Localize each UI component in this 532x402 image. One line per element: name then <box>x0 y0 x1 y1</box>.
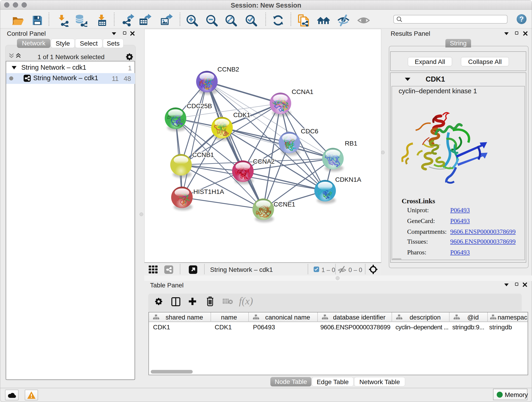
svg-text:HIST1H1A: HIST1H1A <box>193 188 224 195</box>
svg-text:CDC6: CDC6 <box>301 128 318 135</box>
svg-text:CCNE1: CCNE1 <box>273 201 295 208</box>
svg-text:CDC25B: CDC25B <box>187 102 212 109</box>
svg-text:RB1: RB1 <box>345 140 357 147</box>
svg-text:CDK1: CDK1 <box>233 111 250 119</box>
svg-text:CCNB2: CCNB2 <box>217 66 239 73</box>
svg-text:CCNA2: CCNA2 <box>253 158 275 165</box>
svg-text:CDKN1A: CDKN1A <box>335 176 361 183</box>
svg-text:CCNA1: CCNA1 <box>292 88 313 95</box>
svg-text:CCNB1: CCNB1 <box>192 151 214 158</box>
